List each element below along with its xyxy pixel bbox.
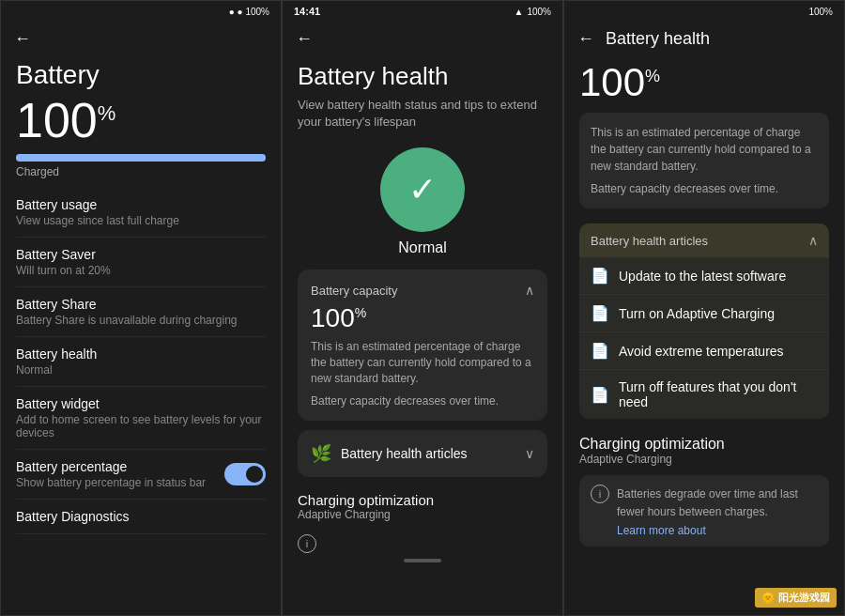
articles-card[interactable]: 🌿 Battery health articles ∨ <box>298 430 547 477</box>
screen2-title: Battery health <box>298 62 547 91</box>
bottom-info-row: i Batteries degrade over time and last f… <box>591 485 818 537</box>
screen3-nav-title: Battery health <box>606 29 710 49</box>
screen1-content: Battery 100% Charged Battery usage View … <box>1 56 281 615</box>
nav-bar-1: ← <box>1 22 281 56</box>
status-bar-2: 14:41 ▲ 100% <box>283 1 562 22</box>
doc-icon-3: 📄 <box>591 386 609 404</box>
articles-card-title: Battery health articles <box>341 446 468 461</box>
bottom-info-content: Batteries degrade over time and last few… <box>617 485 818 537</box>
menu-item-battery-usage[interactable]: Battery usage View usage since last full… <box>16 188 266 238</box>
article-text-2: Avoid extreme temperatures <box>619 344 784 359</box>
menu-item-battery-diagnostics[interactable]: Battery Diagnostics <box>16 500 266 534</box>
health-desc-1: This is an estimated percentage of charg… <box>591 124 818 175</box>
bottom-info-card: i Batteries degrade over time and last f… <box>579 475 829 547</box>
screen2-subtitle: View battery health status and tips to e… <box>298 97 547 131</box>
status-icons-3: 100% <box>808 7 833 17</box>
charged-label: Charged <box>16 165 266 178</box>
health-desc-card: This is an estimated percentage of charg… <box>579 113 829 208</box>
charging-section-3[interactable]: Charging optimization Adaptive Charging <box>564 426 844 470</box>
capacity-card-header: Battery capacity ∧ <box>311 283 534 298</box>
checkmark-icon: ✓ <box>408 170 437 209</box>
leaf-icon: 🌿 <box>311 443 331 464</box>
article-text-3: Turn off features that you don't need <box>619 379 818 409</box>
menu-item-battery-health[interactable]: Battery health Normal <box>16 337 266 387</box>
capacity-desc: This is an estimated percentage of charg… <box>311 339 534 386</box>
screen2-content: Battery health View battery health statu… <box>283 56 562 615</box>
status-bar-1: ● ● 100% <box>1 1 281 22</box>
articles-card-left: 🌿 Battery health articles <box>311 443 468 464</box>
charging-opt-sub: Adaptive Charging <box>298 508 547 521</box>
status-icons-1: ● ● 100% <box>229 7 269 17</box>
expand-icon[interactable]: ∧ <box>525 283 534 298</box>
battery-percentage-toggle[interactable] <box>224 463 266 485</box>
battery-bar-fill <box>16 154 266 162</box>
doc-icon-2: 📄 <box>591 342 609 360</box>
capacity-value: 100% <box>311 303 534 333</box>
phone-screen-1: ● ● 100% ← Battery 100% Charged Battery … <box>0 0 282 616</box>
articles-section: Battery health articles ∧ 📄 Update to th… <box>579 223 829 419</box>
menu-item-battery-percentage[interactable]: Battery percentage Show battery percenta… <box>16 450 266 500</box>
back-arrow-1[interactable]: ← <box>14 29 31 49</box>
status-bar-3: 100% <box>564 1 844 22</box>
article-text-1: Turn on Adaptive Charging <box>619 306 775 321</box>
article-text-0: Update to the latest software <box>619 269 786 284</box>
article-item-1[interactable]: 📄 Turn on Adaptive Charging <box>579 295 829 332</box>
wifi-icon: ▲ <box>515 7 524 17</box>
status-time-2: 14:41 <box>294 6 320 17</box>
back-arrow-3[interactable]: ← <box>577 29 594 49</box>
menu-item-battery-widget[interactable]: Battery widget Add to home screen to see… <box>16 387 266 450</box>
charging-opt-title: Charging optimization <box>298 492 547 508</box>
menu-item-battery-saver[interactable]: Battery Saver Will turn on at 20% <box>16 238 266 287</box>
battery-percent-large: 100% <box>16 96 266 145</box>
bottom-info-icon: i <box>591 485 609 503</box>
health-status-label: Normal <box>298 239 547 256</box>
doc-icon-1: 📄 <box>591 304 609 322</box>
capacity-card: Battery capacity ∧ 100% This is an estim… <box>298 270 547 420</box>
health-circle: ✓ <box>380 147 465 232</box>
capacity-card-title: Battery capacity <box>311 284 398 298</box>
health-desc-2: Battery capacity decreases over time. <box>591 180 818 197</box>
charging-optimization[interactable]: Charging optimization Adaptive Charging <box>298 486 547 527</box>
charging-sub-3: Adaptive Charging <box>579 453 829 466</box>
status-icons-2: ▲ 100% <box>515 7 551 17</box>
menu-item-battery-share[interactable]: Battery Share Battery Share is unavailab… <box>16 287 266 337</box>
charging-title-3: Charging optimization <box>579 436 829 453</box>
info-icon: i <box>298 534 316 553</box>
article-item-3[interactable]: 📄 Turn off features that you don't need <box>579 370 829 419</box>
articles-section-header[interactable]: Battery health articles ∧ <box>579 223 829 257</box>
bottom-info-text: Batteries degrade over time and last few… <box>617 487 798 518</box>
phone-screen-2: 14:41 ▲ 100% ← Battery health View batte… <box>282 0 563 616</box>
back-arrow-2[interactable]: ← <box>296 29 313 49</box>
nav-bar-2: ← <box>283 22 562 56</box>
battery-bar <box>16 154 266 162</box>
health-percent-large: 100% <box>564 60 844 105</box>
learn-more-link[interactable]: Learn more about <box>617 524 818 537</box>
bottom-divider <box>404 559 441 562</box>
article-item-0[interactable]: 📄 Update to the latest software <box>579 257 829 295</box>
chevron-down-icon: ∨ <box>525 446 534 461</box>
articles-section-title: Battery health articles <box>591 234 708 248</box>
chevron-up-icon[interactable]: ∧ <box>808 233 818 248</box>
watermark: 🌞 阳光游戏园 <box>755 588 837 608</box>
phone-screen-3: 100% ← Battery health 100% This is an es… <box>563 0 845 616</box>
doc-icon-0: 📄 <box>591 267 609 285</box>
capacity-footnote: Battery capacity decreases over time. <box>311 394 534 408</box>
watermark-icon: 🌞 <box>761 592 775 604</box>
screen1-title: Battery <box>16 60 266 90</box>
article-item-2[interactable]: 📄 Avoid extreme temperatures <box>579 332 829 370</box>
screen3-nav: ← Battery health <box>564 22 844 56</box>
info-row: i <box>298 534 547 553</box>
